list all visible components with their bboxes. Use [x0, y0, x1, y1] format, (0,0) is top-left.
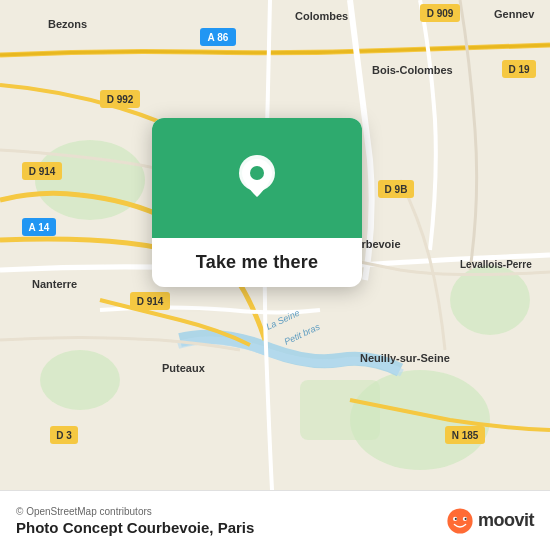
svg-text:Neuilly-sur-Seine: Neuilly-sur-Seine [360, 352, 450, 364]
take-me-there-button[interactable]: Take me there [196, 252, 318, 272]
card-footer[interactable]: Take me there [152, 238, 362, 287]
svg-text:D 914: D 914 [137, 296, 164, 307]
bottom-bar: © OpenStreetMap contributors Photo Conce… [0, 490, 550, 550]
svg-text:Colombes: Colombes [295, 10, 348, 22]
svg-rect-20 [420, 4, 460, 22]
moovit-brand-text: moovit [478, 510, 534, 531]
svg-point-42 [455, 517, 457, 519]
svg-text:D 3: D 3 [56, 430, 72, 441]
moovit-icon [446, 507, 474, 535]
svg-point-38 [250, 166, 264, 180]
svg-text:N 185: N 185 [452, 430, 479, 441]
svg-rect-18 [502, 60, 536, 78]
svg-rect-16 [100, 90, 140, 108]
svg-text:La Seine: La Seine [265, 308, 301, 332]
svg-point-4 [40, 350, 120, 410]
svg-rect-28 [130, 292, 170, 310]
svg-rect-14 [200, 28, 236, 46]
svg-text:Bezons: Bezons [48, 18, 87, 30]
svg-text:Bois-Colombes: Bois-Colombes [372, 64, 453, 76]
svg-point-43 [465, 517, 467, 519]
svg-text:A 14: A 14 [29, 222, 50, 233]
svg-rect-22 [22, 162, 62, 180]
svg-text:Nanterre: Nanterre [32, 278, 77, 290]
bottom-left: © OpenStreetMap contributors Photo Conce… [16, 506, 254, 536]
svg-text:D 909: D 909 [427, 8, 454, 19]
svg-text:A 86: A 86 [208, 32, 229, 43]
svg-text:D 19: D 19 [508, 64, 530, 75]
svg-text:Puteaux: Puteaux [162, 362, 206, 374]
svg-point-2 [350, 370, 490, 470]
svg-text:Gennev: Gennev [494, 8, 535, 20]
location-name: Photo Concept Courbevoie, Paris [16, 519, 254, 536]
svg-point-3 [450, 265, 530, 335]
location-pin-icon [230, 151, 284, 205]
svg-text:D 9B: D 9B [385, 184, 408, 195]
svg-rect-5 [300, 380, 380, 440]
card-header [152, 118, 362, 238]
svg-text:Petit bras: Petit bras [283, 321, 322, 346]
svg-rect-26 [378, 180, 414, 198]
svg-rect-32 [445, 426, 485, 444]
svg-point-39 [447, 508, 472, 533]
svg-rect-30 [50, 426, 78, 444]
svg-text:D 992: D 992 [107, 94, 134, 105]
navigation-card: Take me there [152, 118, 362, 287]
attribution-text: © OpenStreetMap contributors [16, 506, 254, 517]
svg-point-1 [35, 140, 145, 220]
svg-rect-24 [22, 218, 56, 236]
svg-text:D 914: D 914 [29, 166, 56, 177]
moovit-logo: moovit [446, 507, 534, 535]
map-container: Bezons Colombes Bois-Colombes Nanterre C… [0, 0, 550, 490]
svg-text:Levallois-Perre: Levallois-Perre [460, 259, 532, 270]
